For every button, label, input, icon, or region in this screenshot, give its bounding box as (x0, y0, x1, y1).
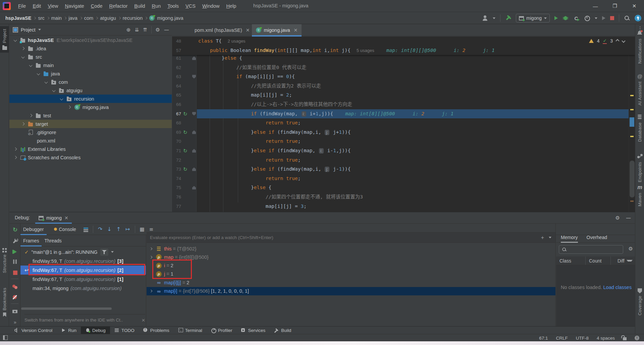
dismiss-hint-icon[interactable]: ✕ (142, 318, 145, 323)
menu-item-window[interactable]: Window (199, 3, 223, 9)
tree-item-atguigu[interactable]: atguigu (9, 86, 172, 95)
expander-icon[interactable] (52, 89, 56, 92)
variable-row[interactable]: ∞map[i] = {int[7]@506} [1, 2, 1, 0, 0, 0… (147, 287, 555, 295)
file-encoding[interactable]: UTF-8 (576, 336, 589, 341)
column-class[interactable]: Class (556, 256, 586, 265)
run-config-combo[interactable]: migong (516, 14, 550, 22)
update-project-icon[interactable] (635, 15, 641, 21)
expander-icon[interactable] (45, 80, 48, 84)
show-execution-point-icon[interactable] (84, 227, 88, 231)
code-line-77[interactable]: map[i][j] = 3;77 (172, 202, 635, 211)
code-line-76[interactable]: //如果四个位置都走不通, 就将该位置置为376 (172, 192, 635, 202)
menu-item-run[interactable]: Run (149, 3, 164, 9)
breadcrumb-item-main[interactable]: main (51, 15, 62, 21)
sidebar-item-maven[interactable]: Maven (635, 184, 644, 207)
build-hammer-icon[interactable] (504, 14, 512, 22)
locate-file-icon[interactable]: ⊕ (126, 27, 131, 33)
expander-icon[interactable] (29, 114, 33, 117)
code-line-68[interactable]: return true;68 (172, 118, 635, 128)
expander-icon[interactable] (21, 47, 25, 50)
code-line-71[interactable]: }else if (findWay(map, i: i-1,j)){71↻ (172, 146, 635, 156)
menu-item-navigate[interactable]: Navigate (62, 3, 88, 9)
tree-item-src[interactable]: src (9, 53, 172, 61)
profiler-button[interactable] (573, 15, 579, 21)
user-icon[interactable] (482, 15, 488, 21)
sidebar-item-bookmarks[interactable]: Bookmarks (0, 288, 9, 317)
next-issue-icon[interactable] (622, 39, 625, 43)
expander-icon[interactable] (21, 122, 25, 126)
menu-item-build[interactable]: Build (131, 3, 148, 9)
tree-item-test[interactable]: test (9, 111, 172, 120)
rerun-icon[interactable]: ↻ (12, 226, 18, 233)
tree-item-ExternalLibraries[interactable]: External Libraries (9, 145, 172, 153)
run-button[interactable] (554, 16, 558, 20)
tab-debugger[interactable]: Debugger (20, 224, 47, 235)
code-line-62[interactable]: //如果当前位置是0 代表可以走62 (172, 63, 635, 72)
expander-icon[interactable] (150, 290, 152, 292)
code-line-63[interactable]: if (map[i][j] == 0){63 (172, 72, 635, 81)
sidebar-item-endpoints[interactable]: Endpoints (635, 154, 644, 182)
tree-item-pomxml[interactable]: pom.xml (9, 136, 172, 145)
close-button[interactable]: ✕ (625, 0, 644, 12)
unlock-icon[interactable] (623, 337, 627, 340)
debug-session-tab[interactable]: migong ✕ (35, 212, 72, 224)
more-run-caret-icon[interactable] (595, 17, 597, 19)
debug-hide-icon[interactable]: — (626, 215, 631, 221)
tree-item-ScratchesandConsoles[interactable]: Scratches and Consoles (9, 153, 172, 162)
sidebar-item-structure[interactable]: Structure (0, 248, 9, 273)
gear-icon[interactable]: ⚙ (156, 27, 160, 33)
coverage-run-icon[interactable] (584, 15, 590, 21)
tree-item-recursion[interactable]: recursion (9, 95, 172, 103)
fold-marker-icon[interactable] (192, 149, 196, 153)
expander-icon[interactable] (14, 39, 17, 42)
tool-button-run[interactable]: Run (57, 327, 81, 334)
evaluate-expression-icon[interactable]: ▦ (140, 226, 145, 232)
variable-row[interactable]: pi = 2 (147, 262, 555, 270)
pause-icon[interactable] (12, 258, 18, 265)
menu-item-refactor[interactable]: Refactor (106, 3, 131, 9)
code-line-67[interactable]: if (findWay(map, i: i+1,j)){map: int[8][… (172, 109, 635, 119)
editor[interactable]: }else {61//如果当前位置是0 代表可以走62if (map[i][j]… (172, 37, 635, 212)
expander-icon[interactable] (37, 72, 40, 75)
fold-marker-icon[interactable] (192, 75, 196, 78)
tool-button-version-control[interactable]: Version Control (10, 327, 57, 334)
indent-style[interactable]: 4 spaces (597, 336, 615, 341)
sidebar-item-notifications[interactable]: Notifications (635, 30, 644, 64)
memory-gear-icon[interactable]: ⚙ (629, 246, 633, 252)
tree-item-gitignore[interactable]: .gitignore (9, 128, 172, 136)
menu-item-view[interactable]: View (44, 3, 61, 9)
scrollbar-thumb[interactable] (630, 161, 635, 197)
breadcrumb-item-atguigu[interactable]: atguigu (100, 15, 116, 21)
more-actions-icon[interactable]: » (12, 319, 18, 326)
tool-button-problems[interactable]: Problems (139, 327, 174, 334)
code-line-65[interactable]: map[i][j] = 2;65 (172, 91, 635, 100)
tool-button-profiler[interactable]: Profiler (207, 327, 237, 334)
breadcrumb-file[interactable]: migong.java (157, 15, 183, 21)
hide-panel-icon[interactable]: — (164, 27, 169, 33)
tool-button-terminal[interactable]: Terminal (174, 327, 207, 334)
tool-windows-toggle-icon[interactable] (3, 335, 8, 340)
error-stripe[interactable] (629, 37, 635, 212)
expander-icon[interactable] (21, 55, 25, 59)
code-line-70[interactable]: return true;70 (172, 137, 635, 146)
tree-item-com[interactable]: com (9, 78, 172, 86)
sidebar-item-ai-assistant[interactable]: AI Assistant (635, 73, 644, 106)
sidebar-item-project[interactable]: Project (0, 26, 9, 53)
minimize-button[interactable]: — (586, 0, 605, 12)
evaluate-caret-icon[interactable] (549, 237, 551, 238)
wrench-settings-icon[interactable] (12, 238, 18, 244)
code-line-74[interactable]: return true;74 (172, 174, 635, 183)
menu-item-edit[interactable]: Edit (29, 3, 44, 9)
debug-settings-gear-icon[interactable]: ⚙ (615, 215, 620, 221)
expander-icon[interactable] (150, 247, 152, 250)
project-view-caret-icon[interactable] (38, 29, 41, 31)
breadcrumb-item-com[interactable]: com (84, 15, 93, 21)
expander-icon[interactable] (68, 106, 71, 109)
tab-overhead[interactable]: Overhead (587, 232, 607, 243)
line-separator[interactable]: CRLF (556, 336, 568, 341)
expander-icon[interactable] (150, 256, 152, 258)
tree-item-java[interactable]: java (9, 69, 172, 78)
stop-icon[interactable] (12, 269, 18, 276)
close-tab-icon[interactable]: ✕ (246, 27, 250, 33)
restore-button[interactable]: ❐ (605, 0, 625, 12)
